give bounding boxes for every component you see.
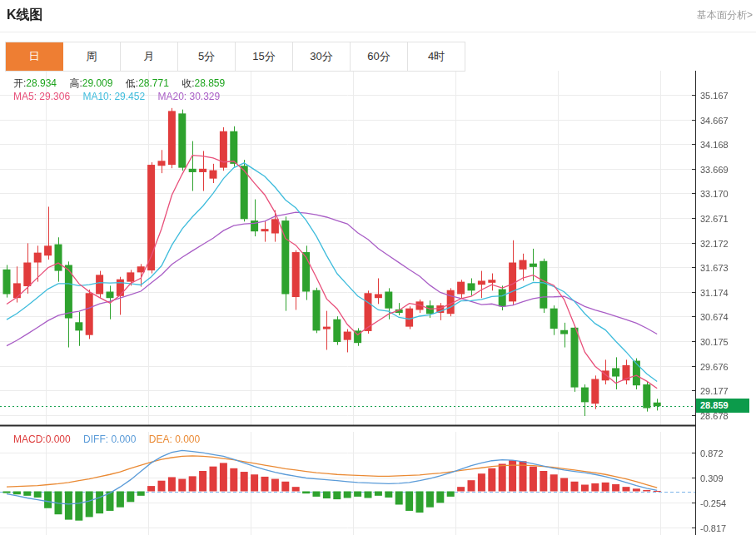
ma10-label: MA10: 29.452 [82,91,145,102]
tab-4hour[interactable]: 4时 [408,42,465,71]
fundamental-analysis-link[interactable]: 基本面分析> [697,8,753,22]
tab-5min[interactable]: 5分 [178,42,236,71]
tab-day[interactable]: 日 [6,42,63,71]
tab-month[interactable]: 月 [121,42,178,71]
kline-page: K线图 基本面分析> 日周月5分15分30分60分4时 开:28.934 高:2… [0,0,756,535]
dea-value-label: DEA: 0.000 [149,433,200,445]
ma20-label: MA20: 30.329 [157,91,220,102]
high-label: 高: [69,77,82,91]
ma5-label: MA5: 29.306 [13,91,70,102]
close-value: 28.859 [195,77,226,89]
ma-legend: MA5: 29.306 MA10: 29.452 MA20: 30.329 [13,91,220,102]
open-value: 28.934 [26,77,57,89]
open-label: 开: [13,77,26,91]
diff-value-label: DIFF: 0.000 [83,433,136,445]
ohlc-legend: 开:28.934 高:29.009 低:28.771 收:28.859 [13,77,225,91]
high-value: 29.009 [82,77,113,89]
interval-tabbar: 日周月5分15分30分60分4时 [5,42,465,72]
low-label: 低: [126,77,138,91]
macd-legend: MACD:0.000 DIFF: 0.000 DEA: 0.000 [13,433,200,445]
tab-60min[interactable]: 60分 [351,42,408,71]
tab-30min[interactable]: 30分 [293,42,351,71]
header-divider [0,32,756,32]
low-value: 28.771 [138,77,169,89]
tab-15min[interactable]: 15分 [236,42,293,71]
close-label: 收: [182,77,194,91]
tab-week[interactable]: 周 [63,42,121,71]
current-price-badge: 28.859 [696,399,749,413]
macd-value-label: MACD:0.000 [13,433,71,445]
page-title: K线图 [7,7,43,24]
